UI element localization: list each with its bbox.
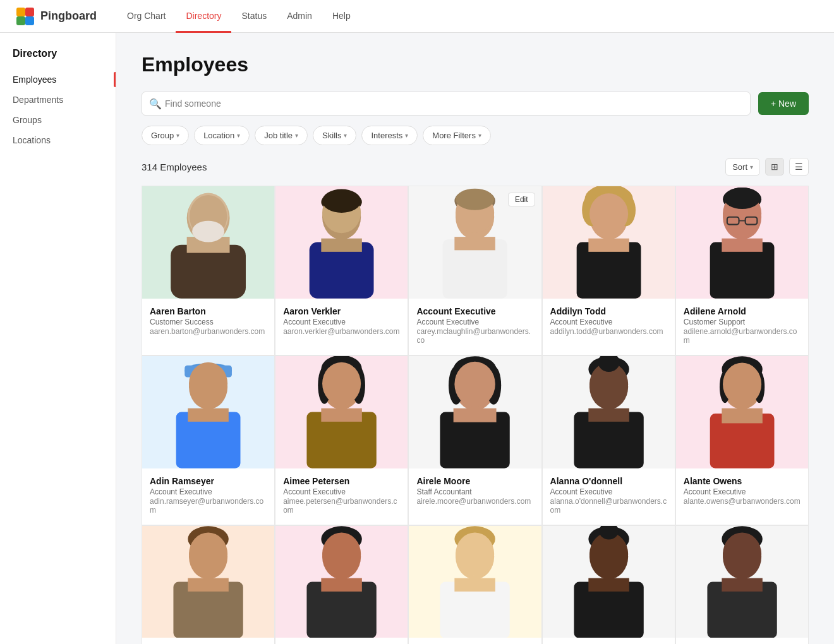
sort-button[interactable]: Sort ▾ — [725, 158, 760, 176]
nav-help[interactable]: Help — [322, 0, 361, 33]
svg-rect-40 — [188, 408, 228, 422]
card-info: Aimee Petersen Account Executive aimee.p… — [275, 468, 408, 525]
svg-point-80 — [322, 532, 361, 575]
table-row[interactable] — [408, 525, 541, 644]
filter-more-label: More Filters — [432, 131, 476, 140]
svg-rect-18 — [455, 237, 495, 250]
nav-status[interactable]: Status — [231, 0, 277, 33]
filter-location-label: Location — [203, 131, 234, 140]
table-row[interactable]: Alante Owens Account Executive alante.ow… — [675, 355, 809, 525]
sidebar-item-employees[interactable]: Employees — [0, 69, 116, 90]
table-row[interactable]: Aimee Petersen Account Executive aimee.p… — [275, 355, 408, 525]
svg-rect-78 — [322, 578, 362, 591]
sidebar-title: Directory — [0, 48, 116, 69]
list-icon: ☰ — [795, 162, 803, 172]
sidebar-item-departments[interactable]: Departments — [0, 90, 116, 110]
sidebar-locations-label: Locations — [13, 135, 51, 145]
employee-name: Alante Owens — [684, 476, 801, 486]
table-row[interactable] — [142, 525, 275, 644]
table-row[interactable]: Aaren Barton Customer Success aaren.bart… — [142, 186, 275, 355]
svg-point-28 — [589, 193, 628, 234]
nav-org-chart[interactable]: Org Chart — [117, 0, 176, 33]
employee-role: Account Executive — [550, 318, 667, 326]
employee-email: airele.moore@urbanwonders.com — [416, 497, 533, 506]
table-row[interactable]: Edit Account Executive Account Executive… — [408, 186, 541, 355]
svg-rect-12 — [322, 239, 362, 252]
employee-name: Account Executive — [416, 306, 533, 316]
employee-email: alante.owens@urbanwonders.com — [684, 497, 801, 506]
employee-name: Aaron Verkler — [283, 306, 400, 316]
card-info — [275, 638, 408, 644]
table-row[interactable]: Aaron Verkler Account Executive aaron.ve… — [275, 186, 408, 355]
chevron-down-icon: ▾ — [405, 132, 408, 139]
svg-point-57 — [455, 362, 495, 407]
sidebar: Directory Employees Departments Groups L… — [0, 33, 116, 644]
employee-email: alanna.o'donnell@urbanwonders.com — [550, 497, 667, 515]
table-row[interactable] — [542, 525, 675, 644]
logo-text: Pingboard — [40, 9, 97, 23]
sidebar-departments-label: Departments — [13, 95, 63, 105]
filter-more[interactable]: More Filters ▾ — [423, 126, 491, 145]
chevron-down-icon: ▾ — [344, 132, 347, 139]
card-info — [676, 638, 808, 644]
svg-rect-0 — [16, 8, 25, 16]
chevron-down-icon: ▾ — [176, 132, 179, 139]
sidebar-item-groups[interactable]: Groups — [0, 110, 116, 130]
svg-rect-83 — [455, 578, 495, 591]
svg-rect-31 — [722, 239, 762, 252]
table-row[interactable]: Airele Moore Staff Accountant airele.moo… — [408, 355, 541, 525]
svg-point-85 — [456, 532, 494, 575]
filter-interests-label: Interests — [371, 131, 402, 140]
filter-skills-label: Skills — [322, 131, 341, 140]
sidebar-item-locations[interactable]: Locations — [0, 130, 116, 150]
sort-chevron-icon: ▾ — [750, 164, 753, 170]
chevron-down-icon: ▾ — [478, 132, 481, 139]
table-row[interactable]: Alanna O'donnell Account Executive alann… — [542, 355, 675, 525]
search-input[interactable] — [142, 92, 751, 116]
filter-row: Group ▾ Location ▾ Job title ▾ Skills ▾ … — [142, 126, 809, 145]
svg-point-43 — [189, 362, 227, 405]
svg-rect-53 — [454, 408, 497, 422]
grid-view-button[interactable]: ⊞ — [765, 158, 784, 176]
card-edit-button[interactable]: Edit — [508, 193, 535, 206]
nav-admin[interactable]: Admin — [277, 0, 322, 33]
employee-name: Alanna O'donnell — [550, 476, 667, 486]
employee-role: Customer Success — [150, 318, 267, 326]
main-content: Employees 🔍 + New Group ▾ Location ▾ Job… — [116, 33, 834, 644]
card-info: Addilyn Todd Account Executive addilyn.t… — [543, 299, 675, 346]
page-title: Employees — [142, 53, 809, 76]
table-row[interactable] — [675, 525, 809, 644]
table-row[interactable]: Adilene Arnold Customer Support adilene.… — [675, 186, 809, 355]
filter-group[interactable]: Group ▾ — [142, 126, 189, 145]
table-row[interactable]: Addilyn Todd Account Executive addilyn.t… — [542, 186, 675, 355]
svg-rect-1 — [25, 8, 34, 16]
card-info: Alanna O'donnell Account Executive alann… — [543, 468, 675, 525]
employee-email: carey.mclaughlin@urbanwonders.co — [416, 327, 533, 345]
card-info — [142, 638, 274, 644]
logo[interactable]: Pingboard — [15, 6, 97, 27]
employee-name: Adin Ramseyer — [150, 476, 267, 486]
card-info — [543, 638, 675, 644]
search-row: 🔍 + New — [142, 92, 809, 116]
svg-point-75 — [189, 532, 227, 575]
table-row[interactable] — [275, 525, 408, 644]
svg-rect-88 — [588, 578, 629, 591]
nav-directory[interactable]: Directory — [176, 0, 231, 33]
filter-job-title[interactable]: Job title ▾ — [255, 126, 308, 145]
svg-point-15 — [322, 189, 361, 213]
filter-jobtitle-label: Job title — [264, 131, 293, 140]
svg-rect-46 — [322, 408, 362, 422]
nav-links: Org Chart Directory Status Admin Help — [117, 0, 361, 32]
sidebar-employees-label: Employees — [13, 75, 56, 85]
filter-skills[interactable]: Skills ▾ — [313, 126, 356, 145]
search-icon: 🔍 — [149, 98, 162, 110]
filter-interests[interactable]: Interests ▾ — [361, 126, 418, 145]
svg-rect-66 — [722, 408, 762, 424]
svg-rect-24 — [588, 239, 629, 252]
table-row[interactable]: Adin Ramseyer Account Executive adin.ram… — [142, 355, 275, 525]
card-info: Adilene Arnold Customer Support adilene.… — [676, 299, 808, 355]
filter-location[interactable]: Location ▾ — [194, 126, 250, 145]
svg-rect-60 — [588, 408, 629, 422]
list-view-button[interactable]: ☰ — [789, 158, 809, 176]
new-button[interactable]: + New — [758, 92, 809, 115]
